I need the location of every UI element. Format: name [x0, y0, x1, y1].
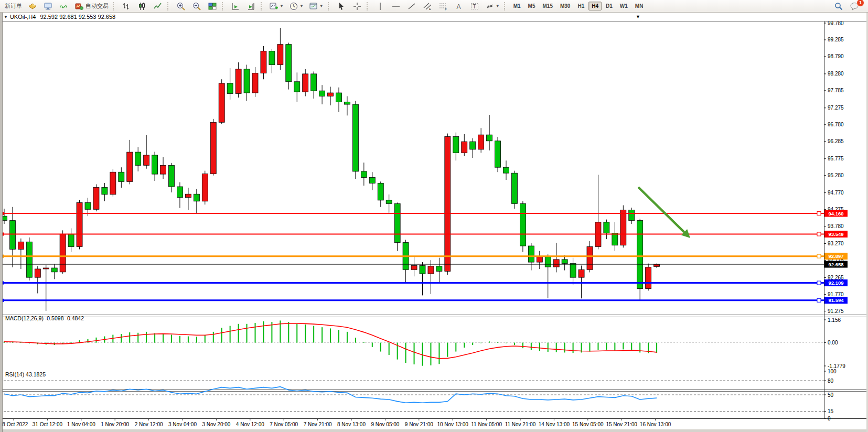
macd-axis-label: 1.156 [828, 317, 841, 323]
chart-shift-icon[interactable] [244, 1, 259, 12]
macd-histogram-bar [422, 343, 423, 366]
horizontal-line-94.160[interactable]: 94.160 [0, 210, 848, 217]
auto-scroll-icon[interactable] [228, 1, 243, 12]
bear-candle [294, 82, 300, 92]
period-selector-button[interactable]: ▼ [287, 1, 306, 12]
bar-chart-icon[interactable] [119, 1, 134, 12]
arrows-tool-button[interactable]: ▼ [483, 1, 502, 12]
new-order-button[interactable]: 新订单 [3, 1, 24, 12]
cursor-icon[interactable] [334, 1, 349, 12]
bear-candle [361, 171, 367, 178]
text-tool-icon[interactable]: A [452, 1, 466, 12]
bear-candle [227, 83, 233, 93]
tab-timeframe-H4[interactable]: H4 [588, 2, 602, 10]
crosshair-icon[interactable] [350, 1, 365, 12]
tab-timeframe-M15[interactable]: M15 [540, 2, 556, 10]
macd-histogram-bar [288, 322, 289, 343]
bull-candle [210, 122, 216, 174]
price-line-tag: 92.109 [828, 280, 843, 286]
price-axis[interactable]: 99.78099.28598.79098.28097.78597.27596.7… [824, 21, 844, 314]
trend-arrow[interactable] [638, 187, 690, 238]
channel-tool-icon[interactable]: E [420, 1, 435, 12]
macd-histogram-bar [497, 342, 498, 343]
macd-histogram-bar [171, 335, 172, 343]
macd-histogram-bar [71, 342, 72, 343]
macd-histogram-bar [129, 332, 130, 343]
bear-candle [85, 202, 91, 209]
bull-candle [428, 266, 434, 274]
terminal-icon[interactable] [41, 1, 56, 12]
bear-candle [344, 102, 350, 105]
tab-timeframe-MN[interactable]: MN [632, 2, 647, 10]
time-axis-label: 2 Nov 12:00 [135, 422, 163, 427]
label-tool-icon[interactable]: T [467, 1, 482, 12]
autotrading-button[interactable]: 自动交易 [72, 1, 111, 12]
rsi-panel[interactable]: 1008050150 [0, 369, 837, 422]
time-axis[interactable]: 28 Oct 202231 Oct 12:001 Nov 04:001 Nov … [0, 418, 671, 427]
trendline-tool-icon[interactable] [404, 1, 419, 12]
price-axis-label: 91.275 [828, 308, 844, 314]
bear-candle [68, 234, 74, 246]
tab-timeframe-W1[interactable]: W1 [617, 2, 631, 10]
vertical-line-tool-icon[interactable] [373, 1, 388, 12]
toolbar-grip [504, 2, 508, 10]
macd-histogram-bar [179, 336, 180, 343]
macd-panel[interactable]: 1.1560.00-1.1779 [0, 317, 845, 369]
chart-shift-marker[interactable]: ▼ [636, 14, 640, 19]
add-indicator-button[interactable]: ▼ [267, 1, 286, 12]
horizontal-line-93.549[interactable]: 93.549 [0, 231, 848, 237]
time-axis-label: 8 Nov 13:00 [337, 422, 366, 427]
macd-histogram-bar [623, 343, 624, 350]
macd-histogram-bar [205, 335, 206, 342]
bull-candle [277, 45, 283, 65]
bear-candle [520, 203, 526, 246]
tab-timeframe-M1[interactable]: M1 [510, 2, 524, 10]
candlestick-chart-icon[interactable] [135, 1, 149, 12]
macd-histogram-bar [188, 337, 189, 343]
bear-candle [9, 221, 15, 250]
bear-candle [503, 167, 509, 173]
collapse-chart-icon[interactable]: ▼ [4, 15, 8, 19]
bear-candle [169, 165, 175, 187]
horizontal-line-92.109[interactable]: 92.109 [0, 279, 848, 286]
fibonacci-tool-icon[interactable]: F [436, 1, 451, 12]
macd-histogram-bar [656, 343, 657, 353]
horizontal-line-92.897[interactable]: 92.897 [0, 253, 848, 260]
bull-candle [646, 267, 651, 289]
toolbar-grip [328, 2, 332, 10]
signal-icon[interactable] [57, 1, 71, 12]
macd-histogram-bar [472, 343, 473, 345]
tab-timeframe-M30[interactable]: M30 [557, 2, 573, 10]
notifications-button[interactable]: 1 [847, 1, 862, 12]
gold-bar-icon[interactable] [25, 1, 40, 12]
tab-timeframe-D1[interactable]: D1 [603, 2, 616, 10]
price-axis-label: 98.280 [828, 71, 844, 77]
bull-candle [411, 266, 417, 270]
macd-histogram-bar [196, 337, 197, 342]
bear-candle [629, 210, 635, 221]
zoom-out-icon[interactable] [189, 1, 204, 12]
bear-candle [604, 222, 609, 233]
price-axis-label: 95.280 [828, 172, 844, 178]
macd-histogram-bar [305, 325, 306, 343]
macd-histogram-bar [631, 343, 632, 350]
horizontal-line-91.594[interactable]: 91.594 [0, 297, 848, 304]
line-chart-icon[interactable] [151, 1, 165, 12]
price-chart-canvas[interactable]: 99.78099.28598.79098.28097.78597.27596.7… [0, 21, 868, 432]
tab-timeframe-H1[interactable]: H1 [574, 2, 587, 10]
bull-candle [77, 202, 82, 246]
price-axis-label: 99.780 [828, 21, 844, 26]
macd-histogram-bar [355, 338, 356, 342]
toolbar-grip [367, 2, 371, 10]
tile-windows-icon[interactable] [205, 1, 220, 12]
bear-candle [528, 246, 534, 262]
price-line-tag: 91.594 [828, 297, 844, 303]
rsi-axis-label: 100 [828, 369, 837, 374]
horizontal-line-tool-icon[interactable] [389, 1, 403, 12]
bull-candle [43, 268, 49, 269]
template-button[interactable]: ▼ [307, 1, 326, 12]
bear-candle [369, 178, 375, 183]
search-icon[interactable] [831, 1, 846, 12]
tab-timeframe-M5[interactable]: M5 [525, 2, 539, 10]
zoom-in-icon[interactable] [174, 1, 188, 12]
